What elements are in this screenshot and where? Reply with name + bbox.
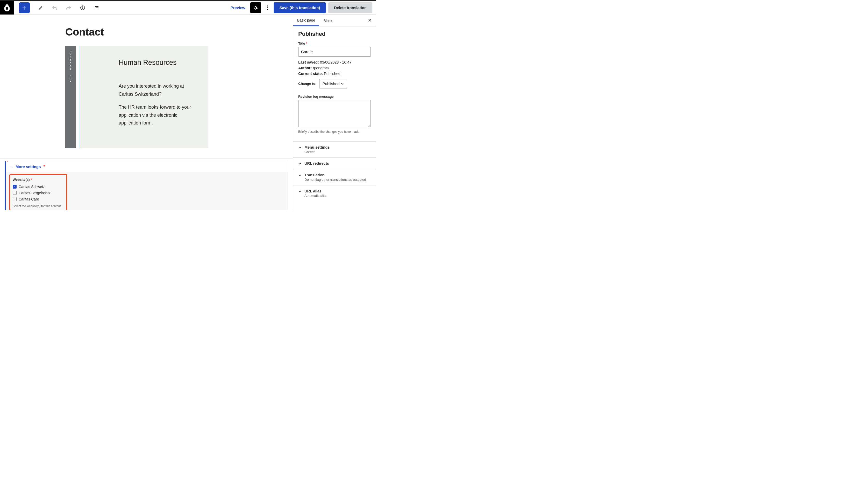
checkbox-caritas-schweiz[interactable]: ✓	[13, 185, 17, 189]
redo-button[interactable]	[66, 5, 72, 11]
undo-button[interactable]	[52, 5, 58, 11]
gear-icon	[253, 5, 258, 10]
status-heading: Published	[298, 31, 371, 37]
accordion-menu-settings[interactable]: Menu settings Career	[293, 142, 376, 158]
contact-paragraph-2[interactable]: The HR team looks forward to your applic…	[119, 103, 198, 127]
more-settings-panel: ︿ More settings * Website(s) * ✓ Caritas…	[5, 161, 288, 210]
settings-toggle-button[interactable]	[250, 2, 261, 13]
websites-fieldset: Website(s) * ✓ Caritas Schweiz Caritas-B…	[9, 174, 67, 210]
outline-button[interactable]	[94, 5, 100, 11]
close-icon: ✕	[368, 18, 372, 23]
revision-log-label: Revision log message	[298, 95, 371, 98]
website-option-label: Caritas Schweiz	[19, 185, 44, 189]
pencil-icon	[38, 5, 43, 10]
save-button[interactable]: Save (this translation)	[274, 2, 326, 13]
svg-point-8	[267, 5, 268, 6]
info-icon	[80, 5, 85, 10]
add-block-button[interactable]	[19, 2, 30, 13]
revision-log-textarea[interactable]	[298, 100, 371, 127]
svg-point-9	[267, 7, 268, 8]
page-title[interactable]: Contact	[0, 15, 293, 46]
settings-sidebar: Basic page Block ✕ Published Title * Las…	[293, 15, 376, 210]
drupal-logo[interactable]	[0, 1, 14, 15]
title-input[interactable]	[298, 47, 371, 57]
sidebar-close-button[interactable]: ✕	[364, 15, 376, 26]
undo-icon	[52, 5, 57, 10]
tab-block[interactable]: Block	[319, 15, 336, 26]
chevron-down-icon	[341, 83, 344, 85]
outline-icon	[94, 5, 99, 10]
chevron-down-icon	[298, 162, 301, 165]
websites-label: Website(s) *	[13, 178, 64, 181]
website-option-row: ✓ Caritas Schweiz	[13, 183, 64, 190]
svg-rect-4	[83, 7, 83, 9]
preview-link[interactable]: Preview	[230, 5, 245, 10]
tab-basic-page[interactable]: Basic page	[293, 15, 319, 26]
more-settings-label: More settings	[16, 165, 41, 169]
delete-translation-button[interactable]: Delete translation	[328, 2, 372, 13]
editor-canvas[interactable]: Contact CONTACT BOX Human Resources Are …	[0, 15, 293, 210]
title-field-label: Title *	[298, 41, 371, 46]
drupal-drop-icon	[4, 4, 10, 12]
contact-heading[interactable]: Human Resources	[119, 59, 198, 67]
last-saved-line: Last saved: 03/06/2023 - 16:47	[298, 60, 371, 64]
required-indicator: *	[43, 165, 45, 169]
checkbox-caritas-care[interactable]	[13, 197, 17, 201]
author-line: Author: rpongracz	[298, 66, 371, 70]
website-option-row: Caritas-Bergeinsatz	[13, 190, 64, 196]
redo-icon	[66, 5, 71, 10]
chevron-down-icon	[298, 174, 301, 177]
accordion-translation[interactable]: Translation Do not flag other translatio…	[293, 169, 376, 185]
current-state-line: Current state: Published	[298, 72, 371, 76]
svg-point-3	[83, 6, 83, 7]
checkbox-caritas-bergeinsatz[interactable]	[13, 191, 17, 195]
contact-box-block[interactable]: CONTACT BOX Human Resources Are you inte…	[65, 46, 293, 148]
toolbar-overflow-button[interactable]	[265, 2, 270, 13]
moderation-state-select[interactable]: Published	[319, 79, 347, 88]
revision-log-hint: Briefly describe the changes you have ma…	[298, 130, 371, 134]
top-toolbar: Preview Save (this translation) Delete t…	[0, 1, 376, 15]
websites-hint: Select the website(s) for this content	[13, 204, 64, 207]
block-type-handle[interactable]: CONTACT BOX	[65, 46, 76, 148]
chevron-down-icon	[298, 146, 301, 149]
chevron-up-icon: ︿	[10, 165, 13, 169]
plus-icon	[22, 5, 27, 10]
info-button[interactable]	[80, 5, 86, 11]
edit-tool[interactable]	[37, 5, 44, 11]
website-option-label: Caritas-Bergeinsatz	[19, 191, 51, 195]
block-type-label: CONTACT BOX	[69, 49, 72, 84]
contact-paragraph-1[interactable]: Are you interested in working at Caritas…	[119, 82, 198, 98]
chevron-down-icon	[298, 190, 301, 193]
website-option-row: Caritas Care	[13, 196, 64, 202]
contact-box-content[interactable]: Human Resources Are you interested in wo…	[79, 46, 208, 148]
kebab-icon	[267, 5, 268, 10]
accordion-url-alias[interactable]: URL alias Automatic alias	[293, 186, 376, 201]
website-option-label: Caritas Care	[19, 197, 39, 201]
svg-point-10	[267, 9, 268, 10]
change-to-label: Change to:	[298, 82, 317, 86]
accordion-url-redirects[interactable]: URL redirects	[293, 158, 376, 169]
more-settings-toggle[interactable]: ︿ More settings *	[6, 161, 288, 172]
